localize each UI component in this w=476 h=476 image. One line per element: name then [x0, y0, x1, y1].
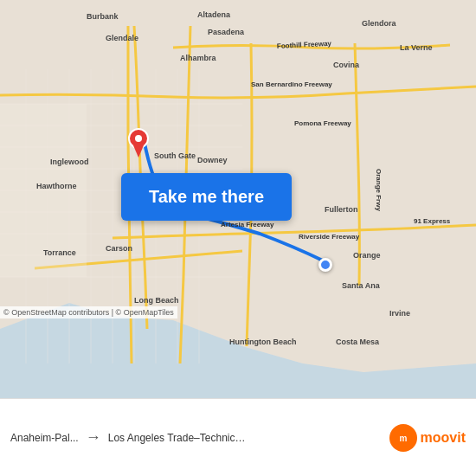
svg-text:m: m [399, 434, 407, 443]
svg-text:Pomona Freeway: Pomona Freeway [294, 119, 351, 127]
arrow-icon: → [86, 428, 101, 447]
map-attribution: © OpenStreetMap contributors | © OpenMap… [0, 306, 177, 318]
moovit-icon: m [389, 424, 417, 452]
svg-text:Inglewood: Inglewood [50, 158, 89, 166]
svg-text:La Verne: La Verne [400, 43, 433, 52]
svg-text:Carson: Carson [106, 244, 132, 253]
svg-text:Glendora: Glendora [362, 19, 397, 28]
origin-pin [128, 128, 149, 163]
svg-text:Alhambra: Alhambra [180, 54, 217, 62]
svg-text:Artesia Freeway: Artesia Freeway [221, 221, 274, 228]
from-location: Anaheim-Pal... [10, 432, 79, 444]
take-me-there-button[interactable]: Take me there [121, 173, 292, 221]
svg-text:Torrance: Torrance [43, 248, 76, 257]
svg-text:Long Beach: Long Beach [134, 296, 179, 305]
svg-text:Glendale: Glendale [106, 34, 138, 42]
svg-text:South Gate: South Gate [154, 151, 196, 160]
svg-text:Burbank: Burbank [87, 12, 119, 21]
svg-text:San Bernardino Freeway: San Bernardino Freeway [251, 80, 332, 88]
svg-text:Costa Mesa: Costa Mesa [336, 338, 380, 346]
svg-point-52 [135, 135, 142, 142]
moovit-brand-name: moovit [421, 430, 466, 446]
svg-text:Irvine: Irvine [389, 309, 410, 318]
svg-text:Fullerton: Fullerton [325, 205, 358, 214]
map-container: Foothill Freeway San Bernardino Freeway … [0, 0, 476, 398]
svg-text:91 Express: 91 Express [414, 217, 451, 225]
moovit-logo: m moovit [389, 424, 466, 452]
destination-dot [318, 258, 332, 272]
svg-text:Altadena: Altadena [197, 10, 231, 19]
to-location: Los Angeles Trade–Technical Coll... [108, 432, 247, 444]
footer: Anaheim-Pal... → Los Angeles Trade–Techn… [0, 398, 476, 476]
svg-text:Riverside Freeway: Riverside Freeway [299, 233, 360, 241]
svg-text:Orange Frwy: Orange Frwy [375, 169, 383, 211]
svg-text:Santa Ana: Santa Ana [342, 281, 381, 290]
svg-text:Downey: Downey [197, 156, 228, 164]
svg-text:Huntington Beach: Huntington Beach [229, 338, 297, 346]
svg-text:Pasadena: Pasadena [208, 28, 245, 36]
svg-marker-51 [133, 145, 144, 158]
svg-text:Hawthorne: Hawthorne [36, 182, 77, 190]
svg-text:Orange: Orange [353, 251, 381, 260]
svg-text:Covina: Covina [333, 61, 360, 69]
